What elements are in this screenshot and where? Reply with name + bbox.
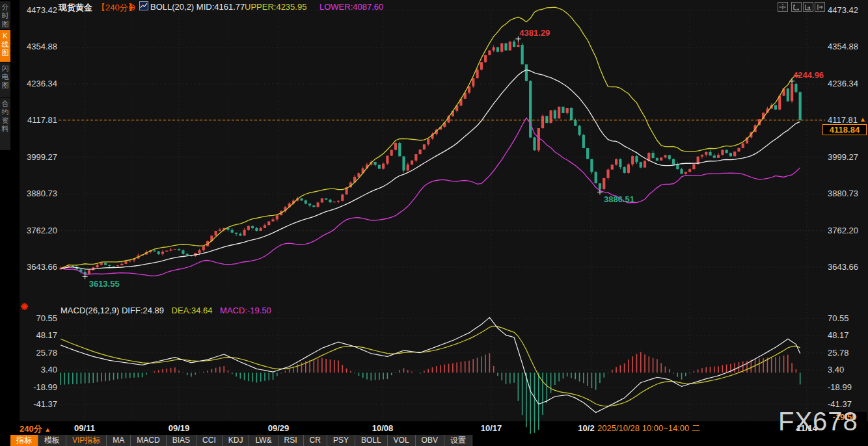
toolbar-item-ma[interactable]: MA xyxy=(107,435,131,446)
candle-body xyxy=(701,155,703,157)
toolbar-item-psy[interactable]: PSY xyxy=(327,435,355,446)
price-axis-tick-right: 3762.20 xyxy=(828,226,865,235)
candle-body xyxy=(484,55,487,62)
boll-lower-value: LOWER:4087.60 xyxy=(319,2,383,12)
candle-body xyxy=(742,144,744,148)
main-chart[interactable] xyxy=(0,0,868,446)
toolbar-item-macd[interactable]: MACD xyxy=(131,435,166,446)
sidebar-item-kline[interactable]: K线图 xyxy=(0,30,10,62)
high-price-annotation: 4244.96 xyxy=(793,70,824,80)
toolbar-item-cr[interactable]: CR xyxy=(304,435,327,446)
macd-axis-tick-right: 25.78 xyxy=(828,348,865,358)
candle-body xyxy=(423,144,426,150)
macd-name: MACD(26,12,9) xyxy=(61,306,119,315)
candle-body xyxy=(341,194,344,201)
macd-diff-value: DIFF:24.89 xyxy=(122,306,164,315)
macd-axis-tick-right: -18.99 xyxy=(828,382,865,392)
candle-body xyxy=(264,225,266,228)
macd-axis-tick-left: -18.99 xyxy=(20,382,57,392)
candle-body xyxy=(635,156,638,162)
zoom-y-axis-icon[interactable] xyxy=(803,2,813,12)
zoom-x-axis-icon[interactable] xyxy=(791,2,802,12)
high-price-annotation: 4381.29 xyxy=(519,28,550,38)
candle-body xyxy=(664,155,666,158)
candle-body xyxy=(496,47,499,52)
sidebar-item-label: 分时图 xyxy=(2,3,9,28)
price-axis-tick-right: 4236.34 xyxy=(828,79,865,88)
candle-body xyxy=(517,45,519,47)
alarm-icon[interactable]: ✺ xyxy=(20,301,29,313)
candle-body xyxy=(337,201,340,202)
candle-body xyxy=(88,270,90,274)
price-axis-tick-left: 3999.27 xyxy=(20,152,57,162)
candle-body xyxy=(676,164,679,169)
candle-body xyxy=(260,228,262,231)
candle-body xyxy=(165,251,168,252)
candle-body xyxy=(104,263,107,265)
toolbar-item-bias[interactable]: BIAS xyxy=(167,435,197,446)
candle-body xyxy=(267,221,270,225)
toolbar-item-indicator[interactable]: 指标 xyxy=(10,435,38,446)
candle-body xyxy=(570,108,573,120)
candle-body xyxy=(529,81,532,138)
candle-body xyxy=(113,266,115,267)
candle-body xyxy=(562,107,564,113)
sidebar-item-lightning[interactable]: 闪电图 xyxy=(0,62,10,97)
price-axis-tick-right: 3880.73 xyxy=(828,189,865,198)
toolbar-item-template[interactable]: 模板 xyxy=(38,435,66,446)
toolbar-item-kdj[interactable]: KDJ xyxy=(223,435,250,446)
price-axis-tick-right: 3643.66 xyxy=(828,262,865,272)
macd-axis-tick-right: 48.17 xyxy=(828,330,865,340)
candle-body xyxy=(590,159,593,172)
candle-body xyxy=(566,108,569,113)
toolbar-item-vol[interactable]: VOL xyxy=(388,435,416,446)
price-axis-tick-left: 4473.42 xyxy=(20,5,57,15)
candle-body xyxy=(169,250,172,251)
candle-body xyxy=(726,150,728,153)
shift-right-icon[interactable] xyxy=(815,2,825,12)
toolbar-item-rsi[interactable]: RSI xyxy=(278,435,304,446)
toolbar-item-boll[interactable]: BOLL xyxy=(355,435,388,446)
candle-body xyxy=(733,151,736,156)
low-price-annotation: 3613.55 xyxy=(89,279,120,289)
candle-body xyxy=(419,150,422,154)
candle-body xyxy=(394,143,397,150)
toolbar-item-lw[interactable]: LW& xyxy=(249,435,278,446)
candle-body xyxy=(271,219,274,221)
candle-body xyxy=(108,265,111,266)
candle-body xyxy=(202,246,205,250)
toolbar-item-vip-indicator[interactable]: VIP指标 xyxy=(66,435,107,446)
candle-body xyxy=(737,148,740,151)
period-selector[interactable]: 240分 ▲ xyxy=(20,423,51,435)
toolbar-item-obv[interactable]: OBV xyxy=(416,435,444,446)
candle-body xyxy=(672,159,675,164)
candle-body xyxy=(96,265,98,267)
extreme-cross-marker xyxy=(597,189,603,194)
candle-body xyxy=(178,249,180,250)
candle-body xyxy=(541,116,544,128)
expand-icon[interactable]: ⊕ xyxy=(128,2,136,12)
sidebar-item-label: 合约资料 xyxy=(2,99,9,133)
candle-body xyxy=(627,164,630,173)
candle-body xyxy=(305,200,307,203)
candle-body xyxy=(787,88,789,101)
candle-body xyxy=(308,203,311,205)
sidebar-item-timeline[interactable]: 分时图 xyxy=(0,1,10,29)
toolbar-item-settings[interactable]: 设置 xyxy=(444,435,472,446)
sidebar-item-contract-info[interactable]: 合约资料 xyxy=(0,98,10,150)
price-axis-tick-left: 4236.34 xyxy=(20,79,57,88)
price-up-arrow-icon: ▲ xyxy=(860,116,866,123)
candle-body xyxy=(525,64,528,81)
date-axis-label: 10/08 xyxy=(372,423,394,433)
low-price-annotation: 3886.51 xyxy=(604,194,634,204)
candle-body xyxy=(325,198,327,200)
candle-body xyxy=(219,230,221,231)
candle-body xyxy=(300,198,303,200)
candle-body xyxy=(198,250,200,253)
boll-indicator-label: BOLL(20,2) MID:4161.77 xyxy=(150,2,245,12)
candle-body xyxy=(468,86,470,93)
candle-body xyxy=(407,164,409,170)
pan-icon[interactable] xyxy=(778,2,788,12)
candle-body xyxy=(791,84,793,101)
toolbar-item-cci[interactable]: CCI xyxy=(197,435,223,446)
